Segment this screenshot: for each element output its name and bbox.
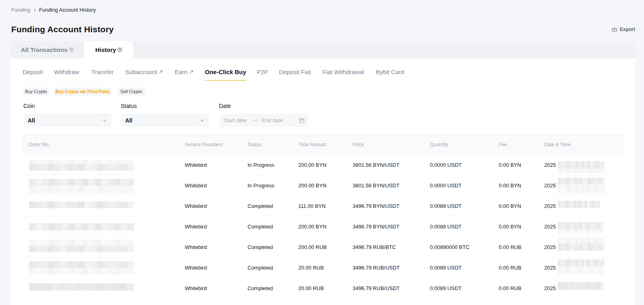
svg-text:?: ? xyxy=(70,48,72,52)
svg-text:?: ? xyxy=(119,48,121,52)
